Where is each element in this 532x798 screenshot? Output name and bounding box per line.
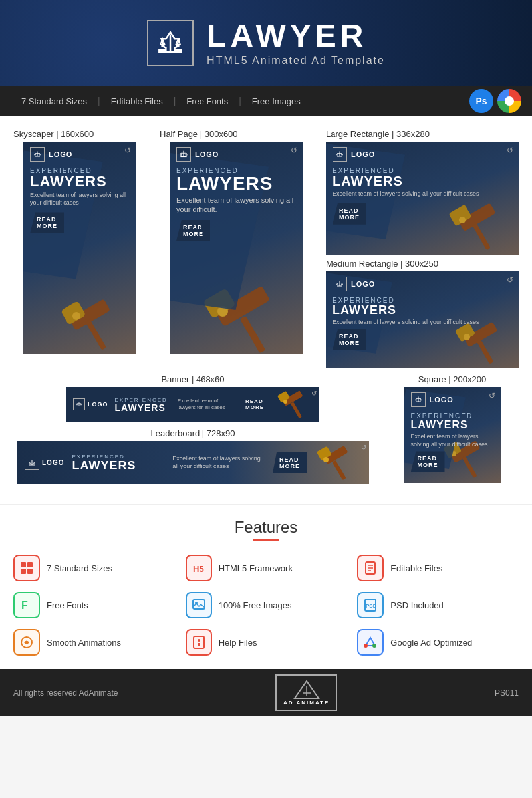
feature-item-1: 7 Standard Sizes [13, 555, 175, 581]
ad-lawyers-3: LAWYERS [332, 174, 512, 188]
banner-btn[interactable]: READMORE [240, 396, 269, 413]
feature-label-7: Smooth Animations [47, 638, 121, 648]
half-page-title: Half Page | 300x600 [160, 129, 313, 139]
toolbar: 7 Standard Sizes | Editable Files | Free… [0, 86, 532, 116]
feature-item-4: F Free Fonts [13, 592, 175, 618]
leaderboard-section: Leaderboard | 728x90 ↺ [13, 428, 372, 484]
toolbar-item-4: Free Images [241, 96, 311, 106]
svg-rect-66 [194, 636, 204, 648]
ad-lawyers-7: LAWYERS [411, 420, 494, 430]
ad-btn-1[interactable]: READMORE [30, 212, 64, 233]
banner-square-row: Banner | 468x60 ↺ [13, 374, 519, 484]
skyscraper-title: Skyscaper | 160x600 [13, 129, 146, 139]
ad-row-top: Skyscaper | 160x600 ↺ LOGO [13, 129, 519, 368]
svg-rect-6 [85, 319, 106, 350]
ad-logo-box-3 [332, 147, 347, 162]
ad-lawyers-1: LAWYERS [30, 174, 130, 189]
feature-item-8: Help Files [186, 629, 347, 656]
large-rect-title: Large Rectangle | 336x280 [326, 129, 519, 139]
feature-label-2: HTML5 Framework [219, 563, 293, 573]
toolbar-icons: Ps [469, 89, 521, 113]
banner-title: Banner | 468x60 [13, 374, 372, 384]
scales-logo-1 [33, 150, 41, 158]
feature-icon-6: PSD [357, 592, 384, 618]
leaderboard-btn[interactable]: READMORE [273, 452, 307, 473]
svg-point-43 [323, 457, 329, 462]
ad-btn-7[interactable]: READMORE [411, 451, 445, 472]
medium-rect-title: Medium Rectangle | 300x250 [326, 259, 519, 269]
ad-btn-4[interactable]: READMORE [332, 329, 366, 350]
ad-logo-text-3: LOGO [351, 150, 375, 158]
feature-label-8: Help Files [219, 638, 257, 648]
gavel-svg-6 [315, 441, 361, 484]
feature-item-5: 100% Free Images [186, 592, 347, 618]
banner-center: ↺ LOGO [13, 387, 372, 422]
banner-ad: ↺ LOGO [66, 387, 319, 422]
psd-icon: PSD [363, 598, 378, 612]
refresh-icon-6: ↺ [361, 444, 366, 451]
svg-text:F: F [21, 600, 28, 611]
ad-logo-box-1 [30, 147, 45, 162]
ad-logo-area-2: LOGO [170, 142, 303, 164]
svg-rect-61 [193, 600, 205, 609]
ad-content-2: EXPERIENCED LAWYERS Excellent team of la… [170, 164, 303, 244]
ad-logo-box-4 [332, 277, 347, 291]
feature-label-9: Google Ad Optimized [390, 638, 472, 648]
feature-label-4: Free Fonts [47, 600, 88, 610]
leaderboard-logo-box [25, 456, 39, 470]
svg-rect-34 [291, 402, 302, 418]
gavel-svg-1 [57, 288, 136, 354]
feature-icon-3 [357, 555, 384, 581]
ad-desc-4: Excellent team of lawyers solving all yo… [332, 319, 512, 327]
feature-item-6: PSD PSD Included [357, 592, 519, 618]
footer-logo-text: AD ANIMATE [283, 700, 329, 706]
feature-label-1: 7 Standard Sizes [47, 563, 112, 573]
footer-ps: PS011 [495, 688, 519, 698]
scales-logo-5 [76, 401, 82, 408]
feature-item-9: Google Ad Optimized [357, 629, 519, 656]
ad-btn-3[interactable]: READMORE [332, 203, 366, 225]
banner-lawyers: LAWYERS [115, 403, 171, 412]
feature-icon-5 [186, 592, 212, 618]
feature-item-7: Smooth Animations [13, 629, 175, 656]
scales-icon [157, 30, 184, 57]
feature-item-3: Editable Files [357, 555, 519, 581]
ad-desc-2: Excellent team of lawyers solving all yo… [176, 196, 296, 215]
ad-logo-area-4: LOGO [326, 271, 519, 294]
chrome-icon [497, 89, 521, 113]
ad-content-7: EXPERIENCED LAWYERS Excellent team of la… [404, 410, 501, 475]
svg-point-70 [364, 644, 368, 648]
ad-desc-7: Excellent team of lawyers solving all yo… [411, 433, 494, 448]
svg-rect-13 [240, 316, 266, 354]
features-underline [253, 539, 279, 541]
square-ad: ↺ LOGO EXPERIENCED [404, 387, 501, 483]
ad-desc-3: Excellent team of lawyers solving all yo… [332, 190, 512, 198]
ad-logo-text-1: LOGO [49, 150, 72, 158]
scales-logo-2 [179, 150, 188, 159]
svg-rect-41 [332, 460, 346, 481]
header-text: LAWYER HTML5 Animated Ad Template [207, 20, 385, 66]
ad-lawyers-2: LAWYERS [176, 174, 296, 193]
leaderboard-ad: ↺ LOGO [17, 441, 369, 484]
free-fonts-icon: F [19, 598, 34, 612]
banner-logo-text: LOGO [88, 401, 108, 408]
ad-logo-text-4: LOGO [351, 280, 375, 288]
skyscraper-col: Skyscaper | 160x600 ↺ LOGO [13, 129, 146, 354]
ad-logo-area-1: LOGO [23, 142, 136, 164]
svg-rect-51 [21, 562, 26, 567]
svg-point-8 [72, 312, 80, 320]
svg-point-69 [372, 644, 376, 648]
google-ad-icon [363, 635, 378, 650]
toolbar-item-2: Editable Files [100, 96, 174, 106]
help-files-icon [192, 635, 206, 650]
feature-icon-8 [186, 629, 212, 656]
ad-btn-2[interactable]: READMORE [176, 220, 210, 241]
ad-lawyers-4: LAWYERS [332, 304, 512, 316]
smooth-animations-icon [19, 635, 34, 650]
free-images-icon [192, 598, 206, 612]
svg-text:H5: H5 [193, 564, 204, 574]
skyscraper-ad: ↺ LOGO EXPERIENCED [23, 142, 136, 354]
banner-logo-area: LOGO [73, 398, 108, 410]
main-content: Skyscaper | 160x600 ↺ LOGO [0, 116, 532, 504]
feature-label-5: 100% Free Images [219, 600, 292, 610]
